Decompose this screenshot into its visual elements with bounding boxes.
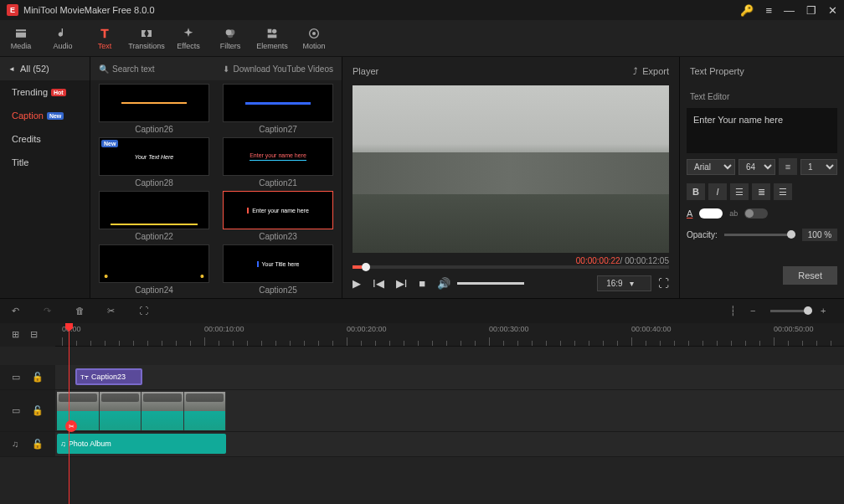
menu-icon[interactable]: ≡	[765, 4, 772, 17]
volume-icon[interactable]: 🔊	[437, 277, 450, 290]
italic-button[interactable]: I	[708, 183, 727, 200]
sidebar-item-caption[interactable]: CaptionNew	[0, 104, 90, 127]
thumb-caption26[interactable]	[99, 84, 209, 122]
line-spacing-icon[interactable]: ≡	[779, 158, 797, 175]
svg-point-2	[228, 32, 234, 38]
zoom-slider[interactable]	[770, 310, 812, 312]
bold-button[interactable]: B	[687, 183, 705, 200]
search-text[interactable]: 🔍 Search text	[99, 64, 155, 74]
video-track: ▭🔓	[0, 390, 844, 432]
text-property-title: Text Property	[690, 66, 744, 76]
line-spacing-select[interactable]: 1	[800, 159, 837, 175]
timeline-add-icon[interactable]: ⊞	[12, 329, 23, 341]
thumb-caption25[interactable]: Your Title here	[223, 244, 333, 283]
titlebar: E MiniTool MovieMaker Free 8.0.0 🔑 ≡ — ❐…	[0, 0, 844, 20]
video-track-lock[interactable]: 🔓	[32, 405, 44, 417]
main-toolbar: Media Audio Text Transitions Effects Fil…	[0, 20, 844, 57]
close-button[interactable]: ✕	[828, 4, 837, 17]
split-marker[interactable]: ✂	[65, 420, 77, 432]
tool-audio[interactable]: Audio	[42, 20, 84, 56]
tool-effects[interactable]: Effects	[167, 20, 209, 56]
undo-button[interactable]: ↶	[12, 306, 23, 317]
player-progress[interactable]	[353, 265, 669, 269]
time-ruler[interactable]: 00:0000:00:10:0000:00:20:0000:00:30:0000…	[55, 323, 844, 347]
tool-text[interactable]: Text	[84, 20, 126, 56]
thumb-caption24[interactable]: ☻☻	[99, 244, 209, 283]
opacity-value: 100 %	[802, 229, 837, 241]
tool-filters[interactable]: Filters	[209, 20, 251, 56]
tool-transitions[interactable]: Transitions	[126, 20, 167, 56]
split-button[interactable]: ✂	[107, 306, 119, 317]
delete-button[interactable]: 🗑	[75, 306, 87, 317]
sidebar-item-trending[interactable]: TrendingHot	[0, 80, 90, 104]
maximize-button[interactable]: ❐	[806, 4, 816, 17]
text-track-lock[interactable]: 🔓	[32, 372, 44, 383]
sidebar-item-title[interactable]: Title	[0, 151, 90, 174]
align-center-button[interactable]: ≣	[752, 183, 770, 200]
thumb-caption22[interactable]	[99, 191, 209, 229]
crop-button[interactable]: ⛶	[139, 306, 151, 317]
audio-clip[interactable]: ♫Photo Album	[57, 434, 226, 454]
app-title: MiniTool MovieMaker Free 8.0.0	[23, 5, 155, 15]
align-left-button[interactable]: ☰	[730, 183, 749, 200]
highlight-toggle[interactable]	[744, 208, 768, 219]
video-preview[interactable]	[353, 85, 669, 253]
sidebar-item-credits[interactable]: Credits	[0, 127, 90, 151]
volume-slider[interactable]	[457, 282, 524, 285]
marker-button[interactable]: ┆	[730, 306, 742, 317]
text-editor-label: Text Editor	[680, 85, 844, 108]
play-button[interactable]: ▶	[353, 277, 361, 290]
font-select[interactable]: Arial	[687, 159, 735, 175]
align-right-button[interactable]: ☰	[774, 183, 792, 200]
tool-elements[interactable]: Elements	[251, 20, 293, 56]
video-clip[interactable]	[57, 392, 226, 430]
thumb-caption27[interactable]	[223, 84, 333, 122]
opacity-label: Opacity:	[687, 230, 718, 239]
aspect-ratio-select[interactable]: 16:9 ▾	[597, 275, 651, 291]
next-frame-button[interactable]: ▶I	[396, 277, 408, 290]
app-logo: E	[7, 4, 18, 16]
opacity-slider[interactable]	[724, 234, 795, 236]
player-title: Player	[353, 66, 378, 76]
thumb-caption23[interactable]: Enter your name here	[223, 191, 333, 229]
caption-clip[interactable]: TᴛCaption23	[75, 368, 142, 385]
license-icon[interactable]: 🔑	[740, 4, 754, 17]
zoom-out-button[interactable]: −	[750, 306, 762, 317]
tool-media[interactable]: Media	[0, 20, 42, 56]
highlight-label: ab	[729, 209, 738, 218]
minimize-button[interactable]: —	[784, 4, 795, 17]
redo-button[interactable]: ↷	[44, 306, 55, 317]
text-track: ▭🔓 TᴛCaption23	[0, 365, 844, 390]
audio-track: ♫🔓 ♫Photo Album	[0, 432, 844, 457]
audio-track-icon[interactable]: ♫	[12, 439, 23, 450]
time-current: 00:00:00:22	[576, 256, 620, 265]
font-color-swatch[interactable]	[699, 208, 723, 219]
text-track-icon[interactable]: ▭	[12, 372, 23, 383]
stop-button[interactable]: ■	[419, 277, 425, 290]
category-sidebar: All (52) TrendingHot CaptionNew Credits …	[0, 57, 90, 298]
sidebar-back[interactable]: All (52)	[0, 57, 90, 80]
svg-point-4	[272, 28, 276, 33]
timeline: ✂ ⊞ ⊟ 00:0000:00:10:0000:00:20:0000:00:3…	[0, 323, 844, 504]
fullscreen-button[interactable]: ⛶	[658, 277, 669, 290]
timeline-toolbar: ↶ ↷ 🗑 ✂ ⛶ ┆ − +	[0, 298, 844, 323]
prev-frame-button[interactable]: I◀	[373, 277, 384, 290]
time-total: / 00:00:12:05	[620, 256, 669, 265]
svg-rect-3	[268, 28, 272, 33]
text-editor-input[interactable]: Enter Your name here	[687, 108, 837, 153]
caption-gallery: Caption26 Caption27 Your Text HereNewCap…	[90, 80, 342, 298]
thumb-caption21[interactable]: Enter your name here	[223, 137, 333, 176]
zoom-in-button[interactable]: +	[821, 306, 832, 317]
font-color-icon[interactable]: A	[687, 208, 692, 219]
thumb-caption28[interactable]: Your Text HereNew	[99, 137, 209, 176]
svg-point-6	[312, 32, 316, 35]
font-size-select[interactable]: 64	[738, 159, 775, 175]
playhead[interactable]	[69, 323, 69, 504]
tool-motion[interactable]: Motion	[293, 20, 335, 56]
reset-button[interactable]: Reset	[783, 266, 837, 285]
download-youtube[interactable]: ⬇ Download YouTube Videos	[223, 64, 333, 74]
video-track-icon[interactable]: ▭	[12, 405, 23, 417]
audio-track-lock[interactable]: 🔓	[32, 439, 44, 450]
timeline-collapse-icon[interactable]: ⊟	[30, 329, 42, 341]
export-button[interactable]: ⤴Export	[633, 66, 669, 76]
